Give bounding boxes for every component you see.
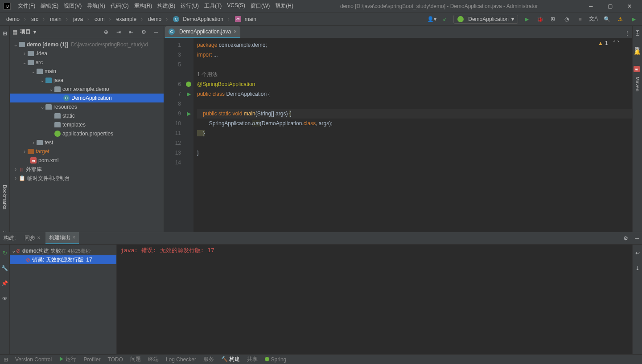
build-output-tab[interactable]: 构建输出×	[45, 232, 79, 244]
build-tree[interactable]: ⌄⊘demo: 构建 失败 在 4秒25毫秒 ⊘错误: 无效的源发行版: 17	[10, 245, 117, 354]
crumb-java[interactable]: java	[70, 15, 92, 23]
pin-icon[interactable]: 📌	[0, 278, 10, 288]
tree-resources[interactable]: ⌄resources	[10, 102, 164, 111]
search-icon[interactable]: 🔍	[602, 14, 612, 24]
menu-vcs[interactable]: VCS(S)	[224, 2, 248, 10]
crumb-com[interactable]: com	[92, 15, 114, 23]
structure-tool[interactable]: ⊞	[0, 29, 10, 38]
maven-tool[interactable]: m	[634, 66, 640, 72]
menu-edit[interactable]: 编辑(E)	[38, 2, 61, 10]
tree-pom[interactable]: mpom.xml	[10, 156, 164, 165]
menu-help[interactable]: 帮助(H)	[272, 2, 296, 10]
tree-templates[interactable]: templates	[10, 120, 164, 129]
eye-icon[interactable]: 👁	[0, 294, 10, 303]
status-todo[interactable]: TODO	[107, 356, 123, 363]
crumb-method[interactable]: mmain	[232, 15, 263, 23]
tree-static[interactable]: static	[10, 111, 164, 120]
build-error-row[interactable]: ⊘错误: 无效的源发行版: 17	[10, 255, 116, 264]
notifications-tool[interactable]: 🔔	[633, 47, 642, 57]
translate-icon[interactable]: 文A	[588, 14, 598, 24]
menu-file[interactable]: 文件(F)	[15, 2, 38, 10]
editor-tab[interactable]: C DemoApplication.java ×	[165, 26, 240, 38]
tree-demoapp[interactable]: CDemoApplication	[10, 94, 164, 102]
maven-label[interactable]: Maven	[635, 77, 640, 91]
close-tab-icon[interactable]: ×	[234, 29, 237, 35]
crumb-class[interactable]: CDemoApplication	[170, 15, 232, 23]
notification-icon[interactable]: ⚠	[615, 14, 625, 24]
maximize-button[interactable]: ▢	[601, 0, 619, 12]
stop-button[interactable]: ■	[575, 14, 585, 24]
menu-refactor[interactable]: 重构(R)	[132, 2, 155, 10]
wrench-icon[interactable]: 🔧	[0, 263, 10, 273]
settings-icon[interactable]: ⚙	[139, 27, 148, 37]
bookmarks-tool[interactable]: Bookmarks	[2, 185, 8, 209]
run-gutter-icon[interactable]: ▶	[184, 89, 193, 99]
profile-button[interactable]: ◔	[562, 14, 572, 24]
tree-idea[interactable]: ›.idea	[10, 49, 164, 58]
menu-view[interactable]: 视图(V)	[61, 2, 84, 10]
run-gutter-icon[interactable]	[184, 79, 193, 89]
status-profiler[interactable]: Profiler	[83, 356, 100, 363]
crumb-src[interactable]: src	[29, 15, 47, 23]
close-icon[interactable]: ×	[37, 235, 40, 241]
ide-button[interactable]: ▶	[629, 14, 638, 24]
expand-icon[interactable]: ⇥	[114, 27, 123, 37]
tree-scratch[interactable]: ›📋临时文件和控制台	[10, 174, 164, 183]
panel-hide-icon[interactable]: ─	[632, 233, 642, 243]
collapse-icon[interactable]: ⇤	[126, 27, 136, 37]
scroll-icon[interactable]: ⤓	[633, 263, 642, 273]
status-spring[interactable]: Spring	[265, 356, 286, 363]
status-vcs[interactable]: Version Control	[15, 356, 52, 363]
status-terminal[interactable]: 终端	[148, 356, 159, 363]
tree-target[interactable]: ›target	[10, 147, 164, 156]
tree-src[interactable]: ⌄src	[10, 58, 164, 67]
panel-settings-icon[interactable]: ⚙	[621, 233, 630, 243]
status-services[interactable]: 服务	[203, 356, 214, 363]
tree-ext[interactable]: ›⫼外部库	[10, 165, 164, 174]
status-run[interactable]: ▶ 运行	[59, 356, 76, 363]
debug-button[interactable]: 🐞	[535, 14, 545, 24]
tree-test[interactable]: ›test	[10, 138, 164, 147]
tree-pkg[interactable]: ⌄com.example.demo	[10, 85, 164, 94]
minimize-button[interactable]: ─	[582, 0, 600, 12]
close-icon[interactable]: ×	[72, 234, 75, 241]
coverage-button[interactable]: ⛨	[548, 14, 558, 24]
run-line-icon[interactable]: ▶	[184, 109, 193, 119]
project-tree[interactable]: ⌄demo [demo (1)]D:\java\code\springBoot_…	[10, 38, 164, 232]
crumb-demo[interactable]: demo	[4, 15, 29, 23]
menu-code[interactable]: 代码(C)	[108, 2, 132, 10]
menu-tools[interactable]: 工具(T)	[202, 2, 224, 10]
database-tool[interactable]: 🗄	[633, 29, 642, 38]
hide-icon[interactable]: ─	[151, 27, 161, 37]
menu-build[interactable]: 构建(B)	[155, 2, 178, 10]
tab-options-icon[interactable]: ⋮	[622, 28, 632, 38]
tree-main[interactable]: ⌄main	[10, 67, 164, 76]
build-console[interactable]: java: 错误: 无效的源发行版: 17	[117, 245, 632, 354]
usage-hint[interactable]: 1 个用法	[197, 71, 218, 78]
rerun-icon[interactable]: ↻	[0, 248, 10, 258]
tree-props[interactable]: application.properties	[10, 129, 164, 138]
soft-wrap-icon[interactable]: ↩	[633, 248, 642, 258]
tree-root[interactable]: ⌄demo [demo (1)]D:\java\code\springBoot_…	[10, 40, 164, 49]
menu-navigate[interactable]: 导航(N)	[84, 2, 108, 10]
status-log[interactable]: Log Checker	[166, 356, 196, 363]
tool-window-button[interactable]: ⊞	[4, 356, 8, 363]
run-config-dropdown[interactable]: DemoApplication ▾	[453, 15, 518, 24]
status-build[interactable]: 🔨 构建	[221, 356, 240, 363]
build-icon[interactable]: ↙	[440, 14, 450, 24]
code-area[interactable]: ▲1 ˄ ˅ package com.example.demo; import …	[193, 38, 632, 232]
crumb-example[interactable]: example	[114, 15, 145, 23]
warnings-badge[interactable]: ▲1 ˄ ˅	[598, 40, 620, 46]
sync-tab[interactable]: 同步×	[21, 233, 44, 244]
run-button[interactable]: ▶	[522, 14, 531, 24]
locate-icon[interactable]: ⊕	[101, 27, 111, 37]
status-share[interactable]: 共享	[247, 356, 258, 363]
status-problems[interactable]: 问题	[130, 356, 141, 363]
chevron-down-icon[interactable]: ▾	[33, 29, 36, 35]
menu-run[interactable]: 运行(U)	[178, 2, 202, 10]
menu-window[interactable]: 窗口(W)	[248, 2, 272, 10]
build-root[interactable]: ⌄⊘demo: 构建 失败 在 4秒25毫秒	[10, 246, 116, 255]
close-button[interactable]: ✕	[621, 0, 638, 12]
crumb-demo2[interactable]: demo	[145, 15, 170, 23]
user-icon[interactable]: 👤▾	[427, 14, 436, 24]
